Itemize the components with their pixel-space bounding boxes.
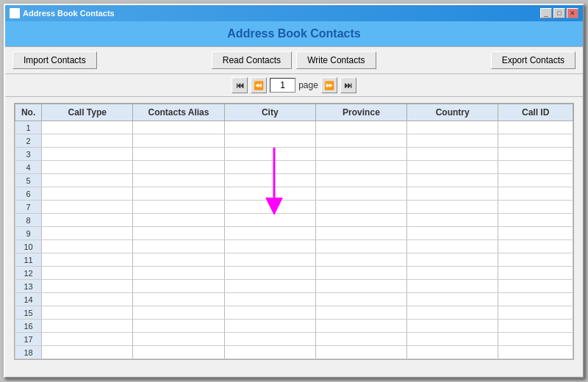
cell-data[interactable] bbox=[407, 240, 498, 253]
cell-data[interactable] bbox=[224, 187, 315, 201]
cell-data[interactable] bbox=[224, 306, 315, 320]
cell-data[interactable] bbox=[407, 333, 498, 346]
cell-data[interactable] bbox=[315, 333, 406, 346]
cell-data[interactable] bbox=[498, 227, 573, 240]
cell-data[interactable] bbox=[407, 280, 498, 293]
cell-data[interactable] bbox=[315, 280, 406, 293]
cell-data[interactable] bbox=[133, 267, 224, 280]
table-row[interactable]: 18 bbox=[15, 346, 573, 359]
cell-data[interactable] bbox=[42, 187, 133, 201]
table-row[interactable]: 4 bbox=[15, 161, 573, 174]
cell-data[interactable] bbox=[42, 201, 133, 214]
cell-data[interactable] bbox=[133, 148, 224, 161]
cell-data[interactable] bbox=[498, 306, 573, 320]
table-row[interactable]: 15 bbox=[15, 306, 573, 320]
table-row[interactable]: 10 bbox=[15, 240, 573, 253]
cell-data[interactable] bbox=[42, 306, 133, 320]
last-page-button[interactable]: ⏭ bbox=[340, 77, 356, 93]
cell-data[interactable] bbox=[224, 253, 315, 267]
cell-data[interactable] bbox=[133, 227, 224, 240]
cell-data[interactable] bbox=[498, 134, 573, 148]
table-row[interactable]: 16 bbox=[15, 320, 573, 333]
cell-data[interactable] bbox=[224, 148, 315, 161]
cell-data[interactable] bbox=[315, 161, 406, 174]
cell-data[interactable] bbox=[224, 240, 315, 253]
cell-data[interactable] bbox=[133, 121, 224, 134]
cell-data[interactable] bbox=[42, 346, 133, 359]
cell-data[interactable] bbox=[407, 134, 498, 148]
table-row[interactable]: 14 bbox=[15, 293, 573, 306]
table-row[interactable]: 11 bbox=[15, 253, 573, 267]
table-row[interactable]: 13 bbox=[15, 280, 573, 293]
next-page-button[interactable]: ⏩ bbox=[321, 77, 337, 93]
cell-data[interactable] bbox=[315, 293, 406, 306]
cell-data[interactable] bbox=[224, 320, 315, 333]
cell-data[interactable] bbox=[224, 333, 315, 346]
cell-data[interactable] bbox=[42, 320, 133, 333]
cell-data[interactable] bbox=[42, 134, 133, 148]
page-number-input[interactable] bbox=[270, 78, 295, 93]
cell-data[interactable] bbox=[133, 214, 224, 227]
cell-data[interactable] bbox=[315, 174, 406, 187]
cell-data[interactable] bbox=[407, 253, 498, 267]
cell-data[interactable] bbox=[498, 161, 573, 174]
export-contacts-button[interactable]: Export Contacts bbox=[491, 51, 576, 69]
cell-data[interactable] bbox=[315, 134, 406, 148]
table-row[interactable]: 3 bbox=[15, 148, 573, 161]
cell-data[interactable] bbox=[133, 346, 224, 359]
cell-data[interactable] bbox=[407, 201, 498, 214]
cell-data[interactable] bbox=[498, 253, 573, 267]
cell-data[interactable] bbox=[498, 174, 573, 187]
cell-data[interactable] bbox=[498, 293, 573, 306]
cell-data[interactable] bbox=[315, 214, 406, 227]
cell-data[interactable] bbox=[42, 333, 133, 346]
cell-data[interactable] bbox=[498, 267, 573, 280]
cell-data[interactable] bbox=[407, 267, 498, 280]
cell-data[interactable] bbox=[42, 214, 133, 227]
cell-data[interactable] bbox=[315, 306, 406, 320]
cell-data[interactable] bbox=[42, 161, 133, 174]
cell-data[interactable] bbox=[407, 187, 498, 201]
cell-data[interactable] bbox=[224, 227, 315, 240]
cell-data[interactable] bbox=[498, 201, 573, 214]
cell-data[interactable] bbox=[133, 253, 224, 267]
cell-data[interactable] bbox=[498, 214, 573, 227]
table-row[interactable]: 12 bbox=[15, 267, 573, 280]
cell-data[interactable] bbox=[498, 240, 573, 253]
table-row[interactable]: 8 bbox=[15, 214, 573, 227]
write-contacts-button[interactable]: Write Contacts bbox=[296, 51, 376, 69]
cell-data[interactable] bbox=[224, 346, 315, 359]
cell-data[interactable] bbox=[224, 134, 315, 148]
cell-data[interactable] bbox=[315, 187, 406, 201]
cell-data[interactable] bbox=[133, 174, 224, 187]
cell-data[interactable] bbox=[224, 214, 315, 227]
cell-data[interactable] bbox=[42, 227, 133, 240]
prev-page-button[interactable]: ⏪ bbox=[251, 77, 267, 93]
cell-data[interactable] bbox=[133, 320, 224, 333]
table-row[interactable]: 9 bbox=[15, 227, 573, 240]
cell-data[interactable] bbox=[315, 227, 406, 240]
cell-data[interactable] bbox=[407, 174, 498, 187]
cell-data[interactable] bbox=[498, 320, 573, 333]
cell-data[interactable] bbox=[315, 121, 406, 134]
cell-data[interactable] bbox=[315, 267, 406, 280]
cell-data[interactable] bbox=[133, 187, 224, 201]
cell-data[interactable] bbox=[407, 293, 498, 306]
cell-data[interactable] bbox=[133, 293, 224, 306]
cell-data[interactable] bbox=[133, 280, 224, 293]
cell-data[interactable] bbox=[407, 161, 498, 174]
cell-data[interactable] bbox=[42, 267, 133, 280]
cell-data[interactable] bbox=[133, 240, 224, 253]
cell-data[interactable] bbox=[42, 240, 133, 253]
cell-data[interactable] bbox=[315, 253, 406, 267]
cell-data[interactable] bbox=[498, 333, 573, 346]
cell-data[interactable] bbox=[498, 346, 573, 359]
table-row[interactable]: 1 bbox=[15, 121, 573, 134]
cell-data[interactable] bbox=[498, 187, 573, 201]
cell-data[interactable] bbox=[42, 148, 133, 161]
cell-data[interactable] bbox=[315, 201, 406, 214]
cell-data[interactable] bbox=[133, 201, 224, 214]
cell-data[interactable] bbox=[407, 214, 498, 227]
cell-data[interactable] bbox=[42, 280, 133, 293]
cell-data[interactable] bbox=[133, 134, 224, 148]
